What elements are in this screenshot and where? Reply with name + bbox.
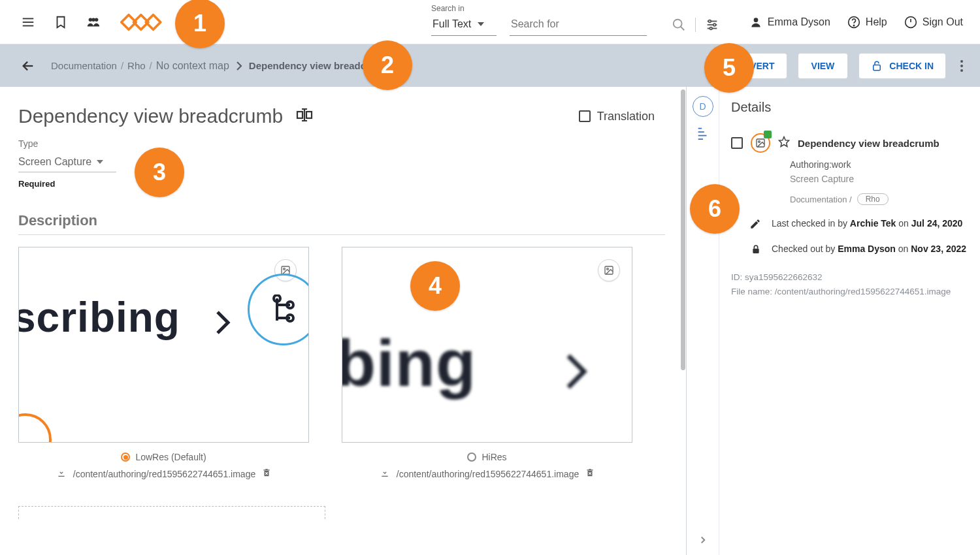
delete-icon[interactable] bbox=[585, 468, 595, 480]
svg-point-6 bbox=[674, 20, 682, 28]
menu-icon[interactable] bbox=[21, 15, 35, 29]
svg-rect-20 bbox=[874, 65, 881, 70]
main-content: Dependency view breadcrumb Translation T… bbox=[0, 87, 686, 555]
lock-badge-icon bbox=[764, 131, 772, 138]
help-button[interactable]: Help bbox=[847, 16, 887, 29]
dropzone[interactable] bbox=[18, 506, 325, 519]
svg-point-16 bbox=[853, 25, 854, 25]
details-filename: File name: /content/authoring/red1595622… bbox=[731, 285, 967, 299]
lock-icon bbox=[731, 242, 761, 255]
svg-point-14 bbox=[753, 18, 758, 22]
callout-6: 6 bbox=[690, 184, 740, 234]
details-path-pill[interactable]: Rho bbox=[857, 193, 889, 205]
variant-label: LowRes (Default) bbox=[135, 452, 206, 462]
search-in-label: Search in bbox=[431, 4, 497, 13]
svg-point-11 bbox=[709, 20, 711, 23]
user-menu[interactable]: Emma Dyson bbox=[749, 16, 830, 29]
variant-label: HiRes bbox=[482, 452, 506, 462]
svg-rect-39 bbox=[753, 249, 759, 253]
description-heading: Description bbox=[18, 212, 665, 235]
rail-tab-structure[interactable] bbox=[696, 126, 710, 143]
details-id: ID: sya1595622662632 bbox=[731, 270, 967, 285]
search-block: Search in Full Text bbox=[431, 4, 719, 36]
divider bbox=[695, 18, 696, 32]
download-icon[interactable] bbox=[380, 468, 390, 480]
callout-4: 4 bbox=[410, 261, 460, 311]
svg-point-25 bbox=[284, 268, 286, 270]
translation-toggle[interactable]: Translation bbox=[579, 110, 665, 123]
translation-checkbox[interactable] bbox=[579, 110, 591, 122]
breadcrumb-strip: Documentation / Rho / No context map Dep… bbox=[0, 44, 980, 87]
svg-point-33 bbox=[607, 268, 609, 270]
crumb-documentation[interactable]: Documentation bbox=[51, 60, 117, 71]
svg-point-37 bbox=[759, 141, 760, 143]
signout-button[interactable]: Sign Out bbox=[904, 16, 963, 29]
top-bar: Search in Full Text Emma Dy bbox=[0, 0, 980, 44]
scrollbar[interactable] bbox=[681, 87, 686, 555]
type-select[interactable]: Screen Capture bbox=[18, 152, 116, 172]
view-button[interactable]: VIEW bbox=[798, 53, 849, 79]
side-panel: D Details bbox=[686, 87, 980, 555]
variant-path: /content/authoring/red1595622744651.imag… bbox=[73, 469, 255, 479]
rail-tab-details[interactable]: D bbox=[693, 96, 713, 117]
breadcrumb: Documentation / Rho / No context map Dep… bbox=[51, 60, 391, 72]
image-thumbnail-lowres[interactable]: scribing bbox=[18, 247, 309, 443]
checkin-info: Last checked in by Archie Tek on Jul 24,… bbox=[772, 217, 967, 230]
crumb-nocontext[interactable]: No context map bbox=[156, 60, 229, 72]
filter-icon[interactable] bbox=[705, 18, 719, 32]
image-overlay-icon[interactable] bbox=[598, 259, 620, 281]
download-icon[interactable] bbox=[56, 468, 67, 480]
search-scope-select[interactable]: Full Text bbox=[431, 14, 497, 36]
callout-5: 5 bbox=[704, 43, 754, 93]
expand-panel-icon[interactable] bbox=[697, 534, 709, 548]
search-input[interactable] bbox=[510, 14, 647, 36]
app-logo[interactable] bbox=[119, 12, 178, 33]
image-variant-card: bing HiRes /content/authoring/red1595622… bbox=[342, 247, 632, 480]
details-type: Screen Capture bbox=[790, 174, 967, 184]
callout-2: 2 bbox=[363, 40, 412, 90]
required-label: Required bbox=[18, 179, 665, 189]
delete-icon[interactable] bbox=[262, 468, 271, 480]
svg-rect-22 bbox=[297, 112, 302, 118]
svg-point-12 bbox=[713, 24, 716, 26]
details-status: Authoring:work bbox=[790, 159, 967, 170]
callout-3: 3 bbox=[135, 148, 184, 197]
rename-icon[interactable] bbox=[296, 108, 313, 125]
crumb-rho[interactable]: Rho bbox=[127, 60, 146, 71]
document-type-icon bbox=[751, 133, 770, 153]
type-label: Type bbox=[18, 138, 38, 149]
svg-point-13 bbox=[710, 27, 712, 30]
svg-point-5 bbox=[91, 18, 95, 21]
page-title: Dependency view breadcrumb bbox=[18, 105, 283, 127]
image-variant-card: scribing LowRes (Default) bbox=[18, 247, 309, 480]
svg-line-7 bbox=[681, 27, 685, 31]
people-icon[interactable] bbox=[86, 15, 101, 29]
checkout-info: Checked out by Emma Dyson on Nov 23, 202… bbox=[772, 242, 967, 256]
details-checkbox[interactable] bbox=[731, 137, 743, 149]
checkin-button[interactable]: CHECK IN bbox=[858, 53, 946, 79]
favorite-icon[interactable] bbox=[778, 136, 790, 150]
variant-radio-lowres[interactable] bbox=[121, 452, 130, 462]
image-thumbnail-hires[interactable]: bing bbox=[342, 247, 632, 443]
callout-1: 1 bbox=[175, 0, 225, 48]
variant-radio-hires[interactable] bbox=[467, 452, 476, 462]
search-icon[interactable] bbox=[672, 18, 686, 32]
details-heading: Details bbox=[731, 100, 967, 115]
svg-marker-38 bbox=[779, 137, 789, 147]
svg-rect-23 bbox=[306, 112, 312, 118]
variant-path: /content/authoring/red1595622744651.imag… bbox=[397, 469, 579, 479]
details-title: Dependency view breadcrumb bbox=[798, 138, 939, 149]
side-rail: D bbox=[687, 87, 719, 555]
bookmark-icon[interactable] bbox=[54, 15, 68, 29]
details-content: Details Dependency view breadcrumb Autho… bbox=[719, 87, 980, 555]
back-button[interactable] bbox=[21, 59, 35, 73]
more-menu[interactable] bbox=[956, 56, 967, 76]
